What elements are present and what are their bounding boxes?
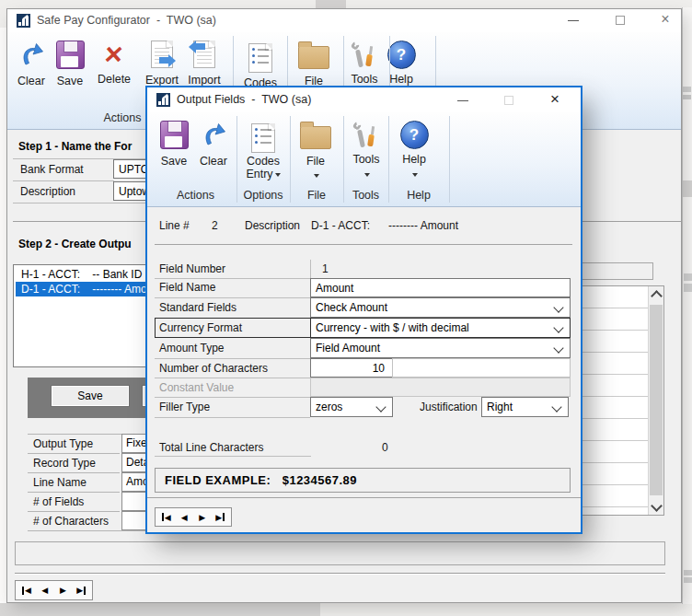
red-x-icon: × <box>97 38 132 71</box>
standard-fields-dropdown[interactable]: Check Amount <box>310 297 571 318</box>
group-label-help: Help <box>388 189 449 202</box>
dialog-toolbar-tools[interactable]: Tools <box>346 118 386 182</box>
dialog-close-button[interactable]: × <box>541 89 569 111</box>
vertical-scrollbar[interactable] <box>648 286 663 515</box>
field-name-input[interactable]: Amount <box>310 278 571 297</box>
dialog-toolbar-save[interactable]: Save <box>155 118 193 168</box>
previous-record-button[interactable]: ◀ <box>178 510 192 525</box>
total-underline <box>155 456 311 457</box>
toolbar-button-import[interactable]: Import <box>183 38 225 87</box>
step1-heading: Step 1 - Name the For <box>18 140 132 153</box>
folder-icon <box>298 118 333 151</box>
background-window-fragment-top <box>316 0 346 8</box>
number-of-characters-input[interactable]: 10 <box>310 358 393 378</box>
save-button[interactable]: Save <box>51 385 130 407</box>
scroll-down-button[interactable] <box>649 499 663 515</box>
divider <box>28 453 120 454</box>
filler-type-label: Filler Type <box>159 398 210 417</box>
next-record-button[interactable]: ▶ <box>195 510 210 525</box>
dropdown-caret-icon <box>275 173 281 177</box>
chevron-down-icon <box>651 500 663 512</box>
line-name-label: Line Name <box>33 476 86 489</box>
undo-arrow-icon <box>196 118 231 151</box>
dropdown-caret-icon <box>412 173 418 177</box>
last-record-button[interactable]: ▶ <box>213 510 228 525</box>
group-label-actions: Actions <box>155 189 236 202</box>
justification-dropdown[interactable]: Right <box>481 397 569 417</box>
close-button[interactable]: × <box>652 9 679 31</box>
next-record-button[interactable]: ▶ <box>56 583 71 598</box>
toolbar-button-delete[interactable]: × Delete <box>93 38 135 86</box>
field-example-text: FIELD EXAMPLE: $1234567.89 <box>165 473 357 487</box>
currency-format-dropdown[interactable]: Currency - with $ / with decimal <box>310 318 571 338</box>
standard-fields-label: Standard Fields <box>159 298 236 318</box>
chevron-up-icon <box>651 290 663 302</box>
footer-divider <box>15 573 665 575</box>
dialog-toolbar-codes-entry[interactable]: Codes Entry <box>242 118 284 180</box>
total-line-characters-value: 0 <box>382 438 388 458</box>
dialog-record-navigator: ◀ ◀ ▶ ▶ <box>155 507 232 527</box>
background-window-fragment-left <box>0 28 7 602</box>
description-label: Description <box>245 216 300 236</box>
maximize-button[interactable] <box>606 9 634 31</box>
document-export-icon <box>144 38 179 71</box>
document-import-icon <box>187 38 222 71</box>
background-fragment <box>683 87 691 92</box>
line-number-value: 2 <box>212 216 218 236</box>
help-circle-icon: ? <box>397 118 432 151</box>
dialog-toolbar-file[interactable]: File <box>295 118 336 184</box>
background-fragment <box>684 570 692 575</box>
field-number-value: 1 <box>322 260 329 279</box>
tools-icon <box>349 118 384 151</box>
folder-icon <box>296 38 331 71</box>
nav-bar <box>22 587 24 595</box>
dialog-toolbar-help[interactable]: ? Help <box>394 118 434 182</box>
field-number-label: Field Number <box>159 260 225 279</box>
constant-value-label: Constant Value <box>159 378 234 398</box>
divider <box>28 511 120 512</box>
background-fragment <box>684 273 692 281</box>
divider <box>13 203 149 203</box>
field-example-box: FIELD EXAMPLE: $1234567.89 <box>155 468 571 493</box>
chevron-down-icon <box>551 401 561 412</box>
divider <box>13 180 114 181</box>
status-box <box>15 541 665 565</box>
first-record-button[interactable]: ◀ <box>159 510 174 525</box>
description-value: D-1 - ACCT: -------- Amount <box>311 216 458 236</box>
dialog-toolbar: Save Clear Codes Entry File <box>147 112 581 207</box>
empty-cell <box>392 358 571 378</box>
description-label: Description <box>20 185 75 198</box>
background-fragment <box>683 95 691 99</box>
background-fragment <box>684 577 692 583</box>
group-label-options: Options <box>236 189 290 202</box>
amount-type-dropdown[interactable]: Field Amount <box>310 338 571 358</box>
minimize-button[interactable] <box>559 9 587 31</box>
app-icon <box>17 14 30 28</box>
background-window-fragment-bottom <box>0 601 320 616</box>
dialog-toolbar-clear[interactable]: Clear <box>194 118 233 168</box>
nav-bar <box>84 587 86 595</box>
previous-record-button[interactable]: ◀ <box>38 583 52 598</box>
divider <box>28 492 120 493</box>
background-fragment <box>683 180 692 197</box>
bank-format-label: Bank Format <box>20 163 84 176</box>
main-window-title: Safe Pay Configurator - TWO (sa) <box>37 14 216 27</box>
toolbar-button-file[interactable]: File <box>293 38 335 87</box>
undo-arrow-icon <box>14 38 49 71</box>
justification-label: Justification <box>420 398 478 417</box>
scroll-up-button[interactable] <box>649 286 663 302</box>
toolbar-button-clear[interactable]: Clear <box>10 38 52 87</box>
amount-type-label: Amount Type <box>159 339 225 358</box>
toolbar-button-codes[interactable]: Codes <box>239 38 282 89</box>
nav-bar <box>162 513 164 521</box>
filler-type-dropdown[interactable]: zeros <box>310 397 393 417</box>
dialog-minimize-button[interactable] <box>449 89 477 111</box>
toolbar-button-save[interactable]: Save <box>49 38 91 87</box>
first-record-button[interactable]: ◀ <box>19 583 34 598</box>
scrollbar-thumb[interactable] <box>650 305 663 495</box>
toolbar-button-export[interactable]: Export <box>141 38 183 87</box>
last-record-button[interactable]: ▶ <box>74 583 88 598</box>
group-label-file: File <box>290 189 343 202</box>
toolbar-button-help[interactable]: ? Help <box>380 38 422 86</box>
chevron-down-icon <box>553 322 563 332</box>
